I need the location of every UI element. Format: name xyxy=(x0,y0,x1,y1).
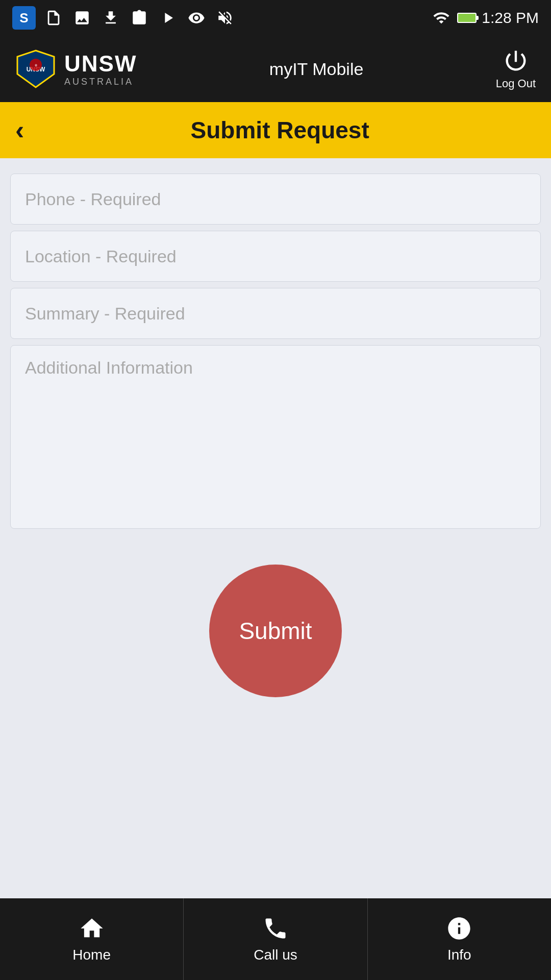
location-input[interactable] xyxy=(10,231,541,282)
battery-icon xyxy=(457,13,477,23)
logo-area: UNSW ⚜ UNSW AUSTRALIA xyxy=(15,48,137,89)
additional-info-input[interactable] xyxy=(10,345,541,529)
logo-australia: AUSTRALIA xyxy=(64,77,137,87)
logout-icon xyxy=(503,47,529,74)
eye-icon xyxy=(186,7,207,29)
nav-info[interactable]: Info xyxy=(368,898,551,980)
status-bar-right: 1:28 PM xyxy=(431,9,539,27)
logo-text-stack: UNSW AUSTRALIA xyxy=(64,51,137,87)
logout-button[interactable]: Log Out xyxy=(496,47,536,90)
summary-input[interactable] xyxy=(10,288,541,339)
nav-home-label: Home xyxy=(72,947,111,963)
page-title: Submit Request xyxy=(24,116,536,144)
unsw-logo: UNSW ⚜ xyxy=(15,48,56,89)
play-icon xyxy=(157,7,179,29)
download-icon xyxy=(100,7,121,29)
submit-button[interactable]: Submit xyxy=(209,565,342,697)
form-container xyxy=(0,158,551,544)
app-title: myIT Mobile xyxy=(137,59,495,79)
svg-text:⚜: ⚜ xyxy=(34,63,38,68)
nav-info-label: Info xyxy=(447,947,471,963)
submit-area: Submit xyxy=(0,565,551,697)
image-icon xyxy=(71,7,93,29)
nav-call-label: Call us xyxy=(254,947,297,963)
logout-label: Log Out xyxy=(496,77,536,90)
signal-icon xyxy=(431,9,452,27)
nav-call[interactable]: Call us xyxy=(184,898,367,980)
info-icon xyxy=(446,915,472,942)
clipboard-icon xyxy=(129,7,150,29)
docs-icon xyxy=(43,7,64,29)
mute-icon xyxy=(214,7,236,29)
nav-home[interactable]: Home xyxy=(0,898,184,980)
phone-input[interactable] xyxy=(10,174,541,225)
home-icon xyxy=(79,915,105,942)
phone-icon xyxy=(262,915,289,942)
page-header: ‹ Submit Request xyxy=(0,102,551,158)
top-nav: UNSW ⚜ UNSW AUSTRALIA myIT Mobile Log Ou… xyxy=(0,36,551,102)
time-display: 1:28 PM xyxy=(482,9,539,27)
bottom-nav: Home Call us Info xyxy=(0,898,551,980)
status-bar: S 1:28 PM xyxy=(0,0,551,36)
status-bar-left: S xyxy=(12,6,236,30)
logo-unsw: UNSW xyxy=(64,51,137,77)
s-icon: S xyxy=(12,6,36,30)
back-button[interactable]: ‹ xyxy=(15,117,24,143)
